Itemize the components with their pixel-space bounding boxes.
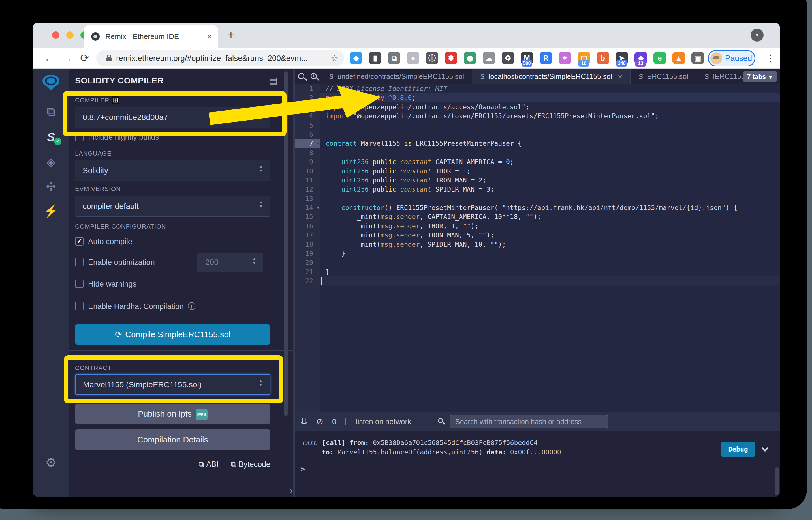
new-tab-button[interactable]: + xyxy=(227,28,235,42)
zoom-out-icon[interactable]: − xyxy=(298,73,304,79)
fold-arrow-icon[interactable]: ▾ xyxy=(317,203,319,212)
paused-button[interactable]: Paused xyxy=(708,50,755,67)
line-number: 19 xyxy=(295,249,320,258)
hardhat-checkbox[interactable] xyxy=(75,302,83,310)
line-number: 21 xyxy=(295,267,320,277)
plugin-manager-icon[interactable]: ⚡ xyxy=(32,201,69,221)
code-line: import "@openzeppelin/contracts/access/O… xyxy=(320,102,780,111)
select-caret-icon xyxy=(258,164,264,173)
editor-tab[interactable]: Sundefined/contracts/SimpleERC1155.sol xyxy=(321,69,472,84)
debug-button[interactable]: Debug xyxy=(721,442,755,457)
terminal-log-line: to: Marvel1155.balanceOf(address,uint256… xyxy=(322,448,561,457)
editor-tab[interactable]: SERC1155.sol xyxy=(631,69,696,84)
line-number: 20 xyxy=(295,258,320,267)
optimization-runs-input[interactable]: 200 xyxy=(197,253,263,272)
puzzle-extension[interactable]: ▣ xyxy=(691,51,705,65)
b-circle-extension[interactable]: b xyxy=(596,51,610,65)
ipfs-icon: IPFS xyxy=(196,409,207,420)
copy-abi-button[interactable]: ⧉ABI xyxy=(199,459,219,470)
orange-frame-extension[interactable]: ▢16 xyxy=(577,51,591,65)
zoom-in-icon[interactable]: + xyxy=(311,73,317,79)
auto-compile-checkbox[interactable] xyxy=(75,237,83,245)
compilation-details-button[interactable]: Compilation Details xyxy=(75,430,270,450)
listen-network-checkbox[interactable] xyxy=(345,418,352,425)
expand-terminal-icon[interactable]: ⇊ xyxy=(300,412,307,431)
solidity-file-icon: S xyxy=(705,73,709,81)
copy-icon: ⧉ xyxy=(199,460,204,469)
address-bar[interactable]: remix.ethereum.org/#optimize=false&runs=… xyxy=(96,50,344,67)
forward-icon[interactable]: → xyxy=(62,48,72,69)
m-box-extension[interactable]: M500 xyxy=(520,51,534,65)
reader-panel-extension[interactable]: ▮ xyxy=(368,51,382,65)
tab-close-icon[interactable]: × xyxy=(207,25,212,48)
enable-optimization-checkbox[interactable] xyxy=(75,258,83,266)
cloud-extension[interactable]: ☁ xyxy=(482,51,496,65)
line-number: 13 xyxy=(295,194,320,203)
select-caret-icon xyxy=(258,200,264,209)
hide-warnings-checkbox[interactable] xyxy=(75,280,83,288)
line-number: 3 xyxy=(295,102,320,111)
code-line xyxy=(320,258,780,267)
code-area[interactable]: 1234567▾891011121314▾1516171819202122 //… xyxy=(295,84,780,412)
stop-hand-extension[interactable]: ✱ xyxy=(444,51,458,65)
compile-button[interactable]: ⟳Compile SimpleERC1155.sol xyxy=(75,324,270,345)
solidity-file-icon: S xyxy=(480,73,485,81)
search-icon xyxy=(438,418,443,423)
transaction-search-input[interactable] xyxy=(450,415,608,428)
back-icon[interactable]: ← xyxy=(44,48,55,69)
globe-extension[interactable]: ◍ xyxy=(463,51,477,65)
editor-tab[interactable]: Slocalhost/contracts/SimpleERC1155.sol× xyxy=(472,69,631,84)
remix-logo-icon[interactable] xyxy=(42,74,60,92)
close-tab-icon[interactable]: × xyxy=(618,72,622,81)
collapse-chevron-icon[interactable]: › xyxy=(290,485,293,496)
url-text: remix.ethereum.org/#optimize=false&runs=… xyxy=(116,50,308,67)
tab-search-icon[interactable]: ▼ xyxy=(751,29,764,42)
location-pin-extension[interactable]: ◆ xyxy=(349,51,363,65)
reload-icon[interactable]: ⟳ xyxy=(80,48,89,69)
copy-icon: ⧉ xyxy=(231,460,237,469)
close-window-button[interactable] xyxy=(52,31,59,39)
purple-diamond-extension[interactable]: ◆13 xyxy=(634,51,648,65)
fold-arrow-icon[interactable]: ▾ xyxy=(317,139,319,148)
elephant-extension[interactable]: e xyxy=(653,51,667,65)
shield-r-extension[interactable]: R xyxy=(539,51,553,65)
debugger-icon[interactable]: ✣ xyxy=(32,177,69,197)
recycle-extension[interactable]: ♻ xyxy=(501,51,515,65)
expand-log-chevron-icon[interactable] xyxy=(761,444,768,451)
line-number: 5 xyxy=(295,121,320,130)
text-cursor xyxy=(321,277,322,285)
bookmark-star-icon[interactable]: ☆ xyxy=(331,50,338,67)
line-number: 6 xyxy=(295,130,320,139)
browser-tab-title: Remix - Ethereum IDE xyxy=(105,25,179,48)
publish-ipfs-button[interactable]: Publish on IpfsIPFS xyxy=(75,404,270,424)
copy-bytecode-button[interactable]: ⧉Bytecode xyxy=(231,459,270,470)
line-number: 7▾ xyxy=(295,139,320,148)
code-line xyxy=(320,194,780,203)
info-circle-extension[interactable]: ⓘ xyxy=(425,51,439,65)
fox-extension[interactable]: ▲ xyxy=(671,51,686,65)
section-divider xyxy=(69,350,293,350)
evm-version-label: EVM VERSION xyxy=(75,185,121,193)
line-number: 8 xyxy=(295,148,320,157)
info-icon[interactable]: ⓘ xyxy=(188,302,196,311)
evm-version-select[interactable]: compiler default xyxy=(75,196,270,217)
compiler-highlight-box xyxy=(63,91,287,136)
copy-pages-extension[interactable]: ⧉ xyxy=(387,51,401,65)
code-editor: − + Sundefined/contracts/SimpleERC1155.s… xyxy=(295,69,780,412)
browser-menu-icon[interactable]: ⋮ xyxy=(766,48,776,69)
minimize-window-button[interactable] xyxy=(66,31,74,39)
gray-circle-extension[interactable]: ● xyxy=(406,51,420,65)
confetti-extension[interactable]: ✦ xyxy=(558,51,572,65)
arrow-badge-extension[interactable]: ➤346 xyxy=(615,51,629,65)
browser-toolbar: ← → ⟳ remix.ethereum.org/#optimize=false… xyxy=(32,48,780,69)
docs-icon[interactable]: ▤ xyxy=(269,75,277,86)
terminal-scrollbar[interactable] xyxy=(775,467,779,495)
line-number: 11 xyxy=(295,176,320,185)
line-number: 2 xyxy=(295,93,320,102)
language-select[interactable]: Solidity xyxy=(75,160,270,181)
tabs-count-dropdown[interactable]: 7 tabs▼ xyxy=(743,71,777,82)
clear-console-icon[interactable]: ⊘ xyxy=(316,412,323,431)
browser-tab[interactable]: Remix - Ethereum IDE × xyxy=(84,25,218,48)
settings-gear-icon[interactable]: ⚙ xyxy=(32,455,69,470)
deploy-run-icon[interactable]: ◈ xyxy=(32,152,69,172)
